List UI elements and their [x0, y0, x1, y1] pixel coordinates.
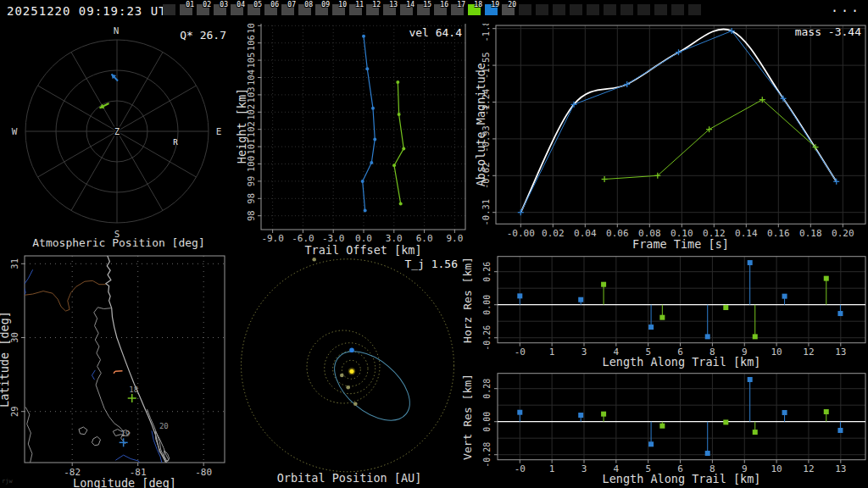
svg-text:13: 13 — [835, 463, 846, 474]
radiant-marker: R — [173, 138, 178, 147]
horz_res-point-blue — [837, 311, 843, 316]
frame-thumbnail-13[interactable]: 13 — [383, 4, 396, 15]
vert_res-point-blue — [837, 428, 843, 433]
map-features: 181920 — [16, 255, 170, 469]
frame-thumbnail-empty[interactable] — [570, 4, 582, 15]
svg-text:0.00: 0.00 — [482, 295, 492, 315]
magnitude-series-green — [604, 100, 815, 180]
svg-text:10: 10 — [771, 463, 782, 474]
atmospheric-position-chart: NSWEZRQ* 26.7Atmospheric Position [deg] — [0, 24, 237, 252]
frame-number-label: 17 — [457, 1, 465, 8]
trail-point-green — [392, 164, 396, 167]
trail-series-green — [394, 82, 403, 203]
svg-text:1: 1 — [549, 463, 555, 474]
magnitude-xlabel: Frame Time [s] — [632, 237, 729, 251]
frame-thumbnail-06[interactable]: 06 — [264, 4, 277, 15]
horz-residuals-chart: -013456891012130.260.00-0.26Length Along… — [461, 252, 868, 371]
frame-number-label: 10 — [338, 1, 347, 8]
frame-thumbnail-empty[interactable] — [587, 4, 599, 15]
svg-text:10: 10 — [771, 347, 782, 358]
vert_res-point-blue — [578, 413, 583, 418]
frame-thumbnail-05[interactable]: 05 — [248, 4, 260, 15]
station-label-19: 19 — [120, 430, 130, 438]
frame-thumbnail-15[interactable]: 15 — [417, 4, 430, 15]
svg-text:105: 105 — [246, 53, 256, 69]
planet-dot — [353, 402, 358, 406]
frame-thumbnail-03[interactable]: 03 — [214, 4, 226, 15]
frame-thumbnail-04[interactable]: 04 — [231, 4, 243, 15]
frame-thumbnail-empty[interactable] — [688, 4, 701, 15]
sun-icon — [349, 369, 353, 374]
compass-north-label: N — [114, 25, 120, 36]
compass-east-label: E — [216, 126, 222, 137]
vert-residuals-panel: -013456891012130.280.00-0.28Length Along… — [461, 369, 868, 488]
map-ylabel: Latitude [deg] — [0, 311, 11, 408]
frame-thumbnail-16[interactable]: 16 — [434, 4, 447, 15]
svg-text:12: 12 — [803, 347, 814, 358]
trail-ylabel: Height [km] — [235, 88, 248, 164]
frame-thumbnail-18[interactable]: 18 — [468, 4, 481, 15]
svg-text:-0.00: -0.00 — [507, 228, 535, 239]
frame-number-label: 11 — [355, 1, 364, 8]
station-marker-19 — [120, 438, 128, 446]
frame-thumbnail-09[interactable]: 09 — [315, 4, 328, 15]
magnitude-grid — [496, 25, 865, 224]
frame-number-label: 15 — [423, 1, 431, 8]
frame-thumbnail-empty[interactable] — [654, 4, 667, 15]
overflow-menu-icon[interactable]: ... — [831, 0, 861, 15]
zenith-label: Z — [114, 127, 120, 136]
frame-thumbnail-empty[interactable] — [163, 4, 175, 15]
svg-text:9.0: 9.0 — [446, 233, 463, 244]
frame-thumbnail-12[interactable]: 12 — [366, 4, 379, 15]
trail-point-green — [399, 202, 403, 205]
frame-thumbnail-empty[interactable] — [553, 4, 565, 15]
frame-number-label: 02 — [203, 1, 211, 8]
frame-thumbnail-empty[interactable] — [604, 4, 616, 15]
frame-thumbnail-07[interactable]: 07 — [281, 4, 294, 15]
frame-thumbnail-empty[interactable] — [519, 4, 531, 15]
frame-thumbnail-empty[interactable] — [620, 4, 633, 15]
frame-thumbnail-08[interactable]: 08 — [298, 4, 311, 15]
ground-track — [114, 371, 115, 374]
magnitude-point-green — [602, 176, 608, 182]
horz_res-point-blue — [748, 260, 753, 265]
frame-number-label: 20 — [508, 1, 516, 8]
vert_res-grid — [498, 374, 865, 460]
frame-thumbnail-11[interactable]: 11 — [349, 4, 362, 15]
svg-text:12: 12 — [803, 463, 814, 474]
trail-point-blue — [364, 209, 367, 213]
magnitude-panel: -0.000.020.040.060.080.100.120.140.160.1… — [475, 15, 868, 252]
frame-thumbnail-empty[interactable] — [637, 4, 650, 15]
svg-text:-0.28: -0.28 — [482, 442, 492, 468]
svg-text:0.02: 0.02 — [542, 228, 565, 239]
horz_res-point-green — [601, 282, 606, 287]
svg-text:98: 98 — [246, 210, 256, 221]
vert_res-xlabel: Length Along Trail [km] — [603, 472, 761, 485]
frame-thumbnail-14[interactable]: 14 — [400, 4, 413, 15]
frame-thumbnail-02[interactable]: 02 — [197, 4, 209, 15]
trail-point-green — [396, 80, 399, 84]
horz_res-point-blue — [648, 324, 654, 330]
horz_res-point-green — [723, 305, 728, 310]
station-label-18: 18 — [129, 385, 138, 394]
station-marker-18 — [128, 394, 136, 402]
frame-thumbnail-10[interactable]: 10 — [332, 4, 345, 15]
frame-thumbnail-20[interactable]: 20 — [502, 4, 515, 15]
frame-thumbnail-empty[interactable] — [536, 4, 548, 15]
svg-text:98: 98 — [246, 193, 256, 204]
frame-thumbnail-19[interactable]: 19 — [485, 4, 498, 15]
vert_res-point-blue — [517, 410, 522, 415]
svg-text:1: 1 — [549, 347, 555, 358]
magnitude-point-blue — [518, 209, 524, 215]
vert_res-point-blue — [748, 377, 753, 382]
atmospheric-title: Atmospheric Position [deg] — [32, 236, 205, 249]
map-xlabel: Longitude [deg] — [73, 476, 176, 488]
frame-number-label: 16 — [440, 1, 448, 8]
frame-thumbnail-01[interactable]: 01 — [180, 4, 192, 15]
frame-thumbnail-empty[interactable] — [671, 4, 684, 15]
ground-map-panel: 181920-82-81-80293031Longitude [deg]Lati… — [0, 252, 237, 488]
meteoroid-orbit — [322, 338, 422, 434]
trail-point-blue — [365, 67, 369, 70]
frame-thumbnail-17[interactable]: 17 — [451, 4, 464, 15]
svg-text:0.18: 0.18 — [799, 228, 822, 239]
